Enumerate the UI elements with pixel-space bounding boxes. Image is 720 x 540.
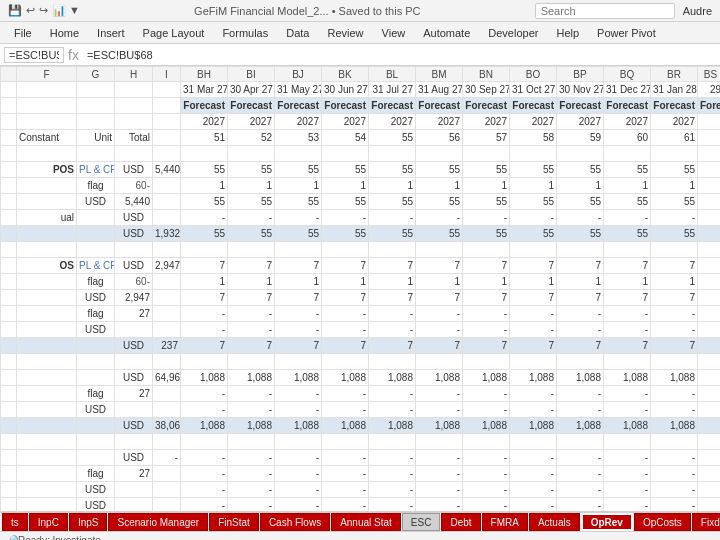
tab-oprev[interactable]: OpRev: [581, 513, 633, 531]
menu-automate[interactable]: Automate: [415, 25, 478, 41]
table-row: flag 27 ----- ------: [1, 386, 721, 402]
cell-reference[interactable]: [4, 47, 64, 63]
undo-icon[interactable]: ↩: [26, 4, 35, 17]
col-bm-header[interactable]: BM: [416, 67, 463, 82]
date-bl: 31 Jul 27: [369, 82, 416, 98]
tab-fmra[interactable]: FMRA: [482, 513, 528, 531]
table-row: USD 2,947 77777 777777: [1, 290, 721, 306]
date-br: 31 Jan 28: [651, 82, 698, 98]
date-bi: 30 Apr 27: [228, 82, 275, 98]
document-title: GeFiM Financial Model_2... • Saved to th…: [88, 5, 527, 17]
tab-ts[interactable]: ts: [2, 513, 28, 531]
col-h-header[interactable]: H: [115, 67, 153, 82]
date-bm: 31 Aug 27: [416, 82, 463, 98]
quick-access-icons[interactable]: 📊 ▼: [52, 4, 80, 17]
table-row: USD ----- ------: [1, 498, 721, 512]
col-header-row: F G H I BH BI BJ BK BL BM BN BO BP BQ BR…: [1, 67, 721, 82]
menu-insert[interactable]: Insert: [89, 25, 133, 41]
forecast-br: Forecast: [651, 98, 698, 114]
menu-data[interactable]: Data: [278, 25, 317, 41]
menu-view[interactable]: View: [374, 25, 414, 41]
tab-debt[interactable]: Debt: [441, 513, 480, 531]
col-bo-header[interactable]: BO: [510, 67, 557, 82]
menu-bar: File Home Insert Page Layout Formulas Da…: [0, 22, 720, 44]
table-row: flag 27 ----- ------: [1, 466, 721, 482]
date-row: 31 Mar 27 30 Apr 27 31 May 27 30 Jun 27 …: [1, 82, 721, 98]
tab-scenario-manager[interactable]: Scenario Manager: [108, 513, 208, 531]
tab-actuals[interactable]: Actuals: [529, 513, 580, 531]
col-bi-header[interactable]: BI: [228, 67, 275, 82]
menu-home[interactable]: Home: [42, 25, 87, 41]
tab-finstat[interactable]: FinStat: [209, 513, 259, 531]
year-row: 20272027202720272027 2027202720272027202…: [1, 114, 721, 130]
forecast-bk: Forecast: [322, 98, 369, 114]
col-bh-header[interactable]: BH: [181, 67, 228, 82]
table-row: [1, 434, 721, 450]
forecast-bm: Forecast: [416, 98, 463, 114]
formula-content: =ESC!BU$68: [83, 48, 716, 62]
col-bp-header[interactable]: BP: [557, 67, 604, 82]
date-bh: 31 Mar 27: [181, 82, 228, 98]
redo-icon[interactable]: ↪: [39, 4, 48, 17]
date-bq: 31 Dec 27: [604, 82, 651, 98]
number-row: Constant Unit Total 5152535455 565758596…: [1, 130, 721, 146]
tab-esc[interactable]: ESC: [402, 513, 441, 531]
col-bn-header[interactable]: BN: [463, 67, 510, 82]
tab-annual-stat[interactable]: Annual Stat: [331, 513, 401, 531]
table-row: USD 64,969 1,0881,0881,0881,0881,088 1,0…: [1, 370, 721, 386]
col-bk-header[interactable]: BK: [322, 67, 369, 82]
forecast-bo: Forecast: [510, 98, 557, 114]
table-row: flag 60- 11111 111111: [1, 274, 721, 290]
menu-file[interactable]: File: [6, 25, 40, 41]
spreadsheet-area: F G H I BH BI BJ BK BL BM BN BO BP BQ BR…: [0, 66, 720, 511]
date-bs: 29: [698, 82, 721, 98]
status-text: 🔎: [6, 535, 18, 540]
table-row: flag 60- 11111 111111: [1, 178, 721, 194]
user-name: Audre: [683, 5, 712, 17]
save-icon[interactable]: 💾: [8, 4, 22, 17]
menu-formulas[interactable]: Formulas: [214, 25, 276, 41]
forecast-row: Forecast Forecast Forecast Forecast Fore…: [1, 98, 721, 114]
menu-review[interactable]: Review: [319, 25, 371, 41]
tab-opcosts[interactable]: OpCosts: [634, 513, 691, 531]
col-bj-header[interactable]: BJ: [275, 67, 322, 82]
col-bl-header[interactable]: BL: [369, 67, 416, 82]
col-bs-header[interactable]: BS: [698, 67, 721, 82]
forecast-bs: Forecast: [698, 98, 721, 114]
menu-power-pivot[interactable]: Power Pivot: [589, 25, 664, 41]
title-bar: 💾 ↩ ↪ 📊 ▼ GeFiM Financial Model_2... • S…: [0, 0, 720, 22]
menu-developer[interactable]: Developer: [480, 25, 546, 41]
col-g-header[interactable]: G: [77, 67, 115, 82]
tab-cash-flows[interactable]: Cash Flows: [260, 513, 330, 531]
search-box[interactable]: [535, 3, 675, 19]
tab-fixdassts[interactable]: FixdAssts: [692, 513, 720, 531]
date-bk: 30 Jun 27: [322, 82, 369, 98]
table-row: USD - ----- ------: [1, 450, 721, 466]
table-row: USD 237 7 7 7 7 7 7 7 7 7 7 7: [1, 338, 721, 354]
formula-bar: fx =ESC!BU$68: [0, 44, 720, 66]
col-br-header[interactable]: BR: [651, 67, 698, 82]
forecast-bq: Forecast: [604, 98, 651, 114]
table-row: USD ----- ------: [1, 402, 721, 418]
status-bar: 🔎 Ready: Investigate: [0, 531, 720, 540]
forecast-bn: Forecast: [463, 98, 510, 114]
date-bj: 31 May 27: [275, 82, 322, 98]
table-row: OS PL & CF USD 2,947 77777 777777: [1, 258, 721, 274]
col-bq-header[interactable]: BQ: [604, 67, 651, 82]
toolbar-icons[interactable]: 💾 ↩ ↪ 📊 ▼: [8, 4, 80, 17]
tab-inpc[interactable]: InpC: [29, 513, 68, 531]
date-bn: 30 Sep 27: [463, 82, 510, 98]
col-i-header[interactable]: I: [153, 67, 181, 82]
date-bo: 31 Oct 27: [510, 82, 557, 98]
table-row: USD 5,440 5555555555 555555555555: [1, 194, 721, 210]
status-message: Ready: Investigate: [18, 535, 101, 540]
search-input[interactable]: [535, 3, 675, 19]
row-num-header: [1, 67, 17, 82]
menu-help[interactable]: Help: [548, 25, 587, 41]
forecast-bp: Forecast: [557, 98, 604, 114]
table-row: USD 1,932 55 55 55 55 55 55 55 55 55 55 …: [1, 226, 721, 242]
forecast-bj: Forecast: [275, 98, 322, 114]
col-f-header[interactable]: F: [17, 67, 77, 82]
tab-inps[interactable]: InpS: [69, 513, 108, 531]
menu-page-layout[interactable]: Page Layout: [135, 25, 213, 41]
